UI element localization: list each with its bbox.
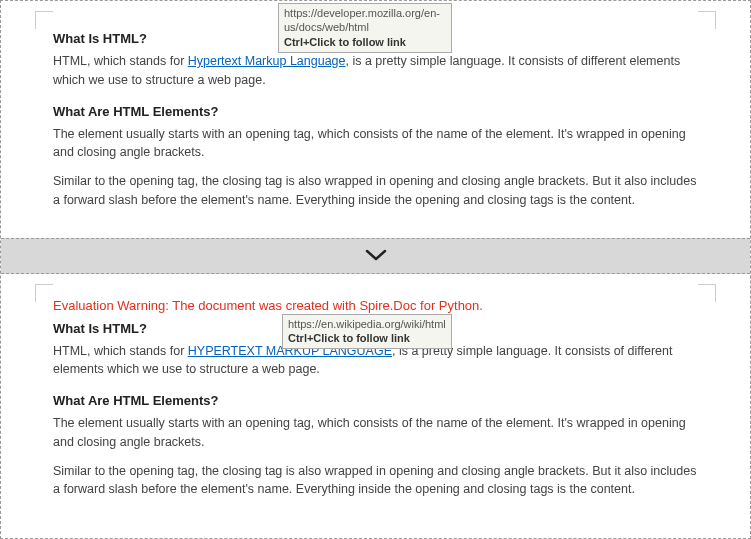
hyperlink-tooltip: https://developer.mozilla.org/en-us/docs… <box>278 3 452 53</box>
tooltip-hint: Ctrl+Click to follow link <box>284 35 446 49</box>
tooltip-hint: Ctrl+Click to follow link <box>288 331 446 345</box>
heading-what-are-html-elements: What Are HTML Elements? <box>53 393 698 408</box>
evaluation-warning: Evaluation Warning: The document was cre… <box>53 298 698 313</box>
paragraph: HTML, which stands for Hypertext Markup … <box>53 52 698 90</box>
paragraph: The element usually starts with an openi… <box>53 414 698 452</box>
hyperlink-tooltip: https://en.wikipedia.org/wiki/html Ctrl+… <box>282 314 452 350</box>
paragraph: Similar to the opening tag, the closing … <box>53 172 698 210</box>
chevron-down-icon[interactable] <box>365 244 387 267</box>
heading-what-are-html-elements: What Are HTML Elements? <box>53 104 698 119</box>
tooltip-url: https://en.wikipedia.org/wiki/html <box>288 317 446 331</box>
paragraph: Similar to the opening tag, the closing … <box>53 462 698 500</box>
paragraph: The element usually starts with an openi… <box>53 125 698 163</box>
margin-corner <box>698 284 716 302</box>
text: HTML, which stands for <box>53 344 188 358</box>
document-page-1: https://developer.mozilla.org/en-us/docs… <box>1 1 750 238</box>
margin-corner <box>698 11 716 29</box>
margin-corner <box>35 11 53 29</box>
hyperlink-hypertext-markup-language[interactable]: Hypertext Markup Language <box>188 54 346 68</box>
document-page-2: https://en.wikipedia.org/wiki/html Ctrl+… <box>1 274 750 528</box>
page-gap <box>1 238 750 274</box>
tooltip-url: https://developer.mozilla.org/en-us/docs… <box>284 6 446 35</box>
text: HTML, which stands for <box>53 54 188 68</box>
margin-corner <box>35 284 53 302</box>
